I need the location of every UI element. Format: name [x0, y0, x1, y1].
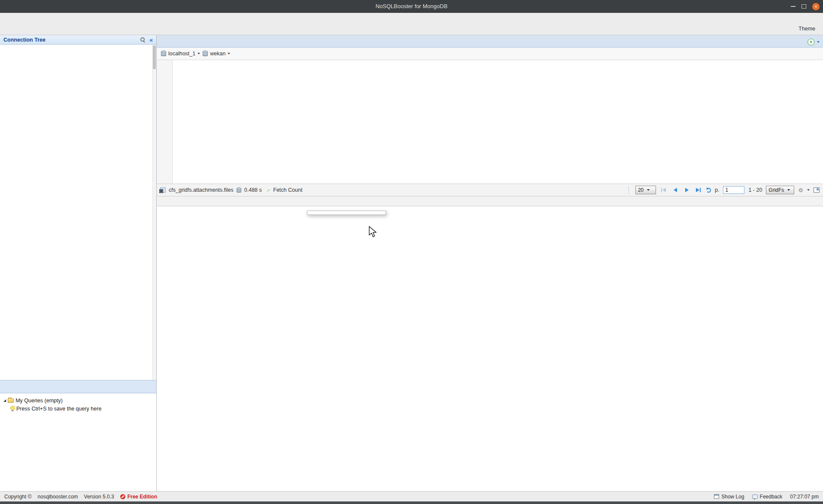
results-grid — [157, 196, 823, 491]
connection-tree-title: Connection Tree — [3, 37, 46, 43]
breadcrumb-database-label: wekan — [210, 51, 225, 57]
elapsed-time: 0.488 s — [244, 187, 262, 193]
sidebar-scrollbar-thumb[interactable] — [153, 45, 156, 69]
fetch-count-button[interactable]: Fetch Count — [273, 187, 302, 193]
page-label: p. — [715, 187, 719, 193]
my-queries-root-label: My Queries (empty) — [15, 398, 63, 404]
connection-tree — [0, 45, 156, 380]
chevron-down-icon[interactable] — [807, 189, 810, 191]
row-range: 1 - 20 — [748, 187, 762, 193]
query-editor[interactable] — [157, 60, 823, 184]
expander-open-icon[interactable]: ◢ — [3, 398, 6, 402]
lightbulb-icon — [10, 406, 15, 411]
mouse-cursor — [368, 226, 377, 240]
view-mode-select[interactable]: GridFs — [766, 186, 794, 194]
results-toolbar: cfs_gridfs.attachments.files 0.488 s → F… — [157, 184, 823, 196]
copyright-label: Copyright © — [4, 494, 32, 500]
theme-selector[interactable]: Theme — [799, 26, 820, 32]
queries-panel-tabs — [0, 380, 156, 393]
connection-tree-header: Connection Tree « — [0, 35, 156, 45]
free-edition-badge: Free Edition — [120, 494, 157, 500]
prev-page-button[interactable] — [671, 187, 679, 193]
menu-bar — [0, 13, 823, 22]
free-edition-icon — [120, 494, 125, 499]
breadcrumb-database[interactable]: wekan — [203, 51, 230, 57]
fetch-count-icon: → — [264, 186, 272, 194]
show-log-button[interactable]: Show Log — [714, 494, 744, 500]
breadcrumb: localhost_1 wekan — [157, 48, 823, 60]
site-link[interactable]: nosqlbooster.com — [38, 494, 78, 500]
feedback-icon — [752, 495, 758, 499]
gear-icon[interactable] — [798, 187, 803, 193]
page-size-select[interactable]: 20 — [635, 186, 656, 194]
results-collection-name: cfs_gridfs.attachments.files — [169, 187, 234, 193]
version-label: Version 5.0.3 — [84, 494, 114, 500]
save-query-hint-label: Press Ctrl+S to save the query here — [16, 406, 101, 412]
queries-panel: ◢ My Queries (empty) Press Ctrl+S to sav… — [0, 380, 156, 491]
folder-icon — [8, 398, 14, 403]
search-icon[interactable] — [140, 37, 145, 42]
log-icon — [714, 494, 719, 499]
database-icon — [203, 51, 208, 56]
status-bar: Copyright © nosqlbooster.com Version 5.0… — [0, 491, 823, 501]
bottom-strip — [0, 501, 823, 504]
first-page-button[interactable] — [660, 187, 668, 193]
app-window: NoSQLBooster for MongoDB × Theme Connect… — [0, 0, 823, 504]
elapsed-time-icon — [237, 188, 241, 193]
context-menu — [307, 211, 386, 215]
grid-header — [157, 196, 823, 206]
next-page-button[interactable] — [683, 187, 691, 193]
save-query-hint: Press Ctrl+S to save the query here — [3, 404, 153, 413]
refresh-icon[interactable] — [706, 188, 711, 193]
breadcrumb-server[interactable]: localhost_1 — [161, 51, 200, 57]
collapse-sidebar-icon[interactable]: « — [149, 36, 153, 43]
add-tab-icon[interactable]: + — [808, 39, 814, 45]
title-bar: NoSQLBooster for MongoDB × — [0, 0, 823, 13]
window-title: NoSQLBooster for MongoDB — [0, 0, 823, 13]
toolbar: Theme — [0, 22, 823, 35]
chevron-down-icon[interactable] — [197, 53, 200, 54]
maximize-results-icon[interactable] — [814, 187, 820, 193]
database-icon — [161, 51, 166, 56]
tab-bar: + — [157, 35, 823, 48]
gridfs-icon — [160, 187, 166, 193]
chevron-down-icon[interactable] — [228, 53, 230, 54]
tab-list-icon[interactable] — [817, 41, 820, 43]
main-panel: + localhost_1 wekan — [157, 35, 823, 491]
close-icon[interactable]: × — [812, 3, 820, 10]
clock: 07:27:07 pm — [790, 494, 819, 500]
page-input[interactable]: 1 — [723, 186, 744, 194]
sidebar: Connection Tree « ◢ My Queries (empty) — [0, 35, 157, 491]
editor-gutter — [157, 60, 173, 184]
minimize-icon[interactable] — [791, 6, 796, 7]
breadcrumb-server-label: localhost_1 — [168, 51, 195, 57]
my-queries-root[interactable]: ◢ My Queries (empty) — [3, 396, 153, 404]
sidebar-scrollbar[interactable] — [152, 45, 156, 380]
feedback-button[interactable]: Feedback — [752, 494, 783, 500]
last-page-button[interactable] — [695, 187, 702, 193]
maximize-icon[interactable] — [802, 4, 806, 9]
